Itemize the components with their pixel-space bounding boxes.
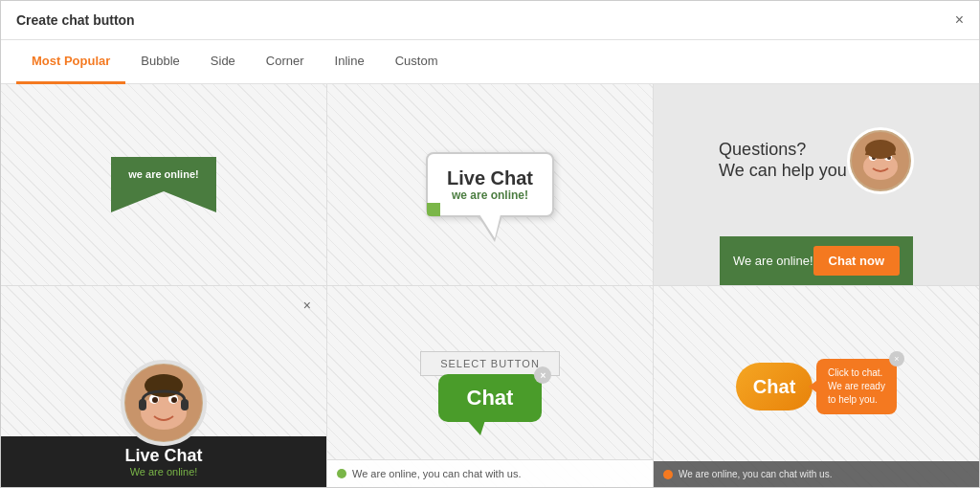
bookmark-tail [111, 191, 216, 212]
avatar-image [852, 132, 909, 189]
select-bubble-wrapper: SELECT BUTTON Chat × [420, 351, 560, 422]
speech-bubble: Live Chat we are online! [426, 152, 554, 217]
avatar [847, 127, 914, 194]
tab-corner[interactable]: Corner [251, 40, 320, 84]
questions-line2: We can help you [719, 161, 847, 180]
svg-point-12 [171, 397, 177, 403]
orange-chat-wrapper: Chat Click to chat. We are ready to help… [736, 359, 897, 414]
orange-dot [663, 470, 673, 479]
tab-bubble[interactable]: Bubble [125, 40, 194, 84]
close-x-orange: × [889, 351, 904, 366]
agent-close-x: × [303, 298, 311, 313]
tab-inline[interactable]: Inline [320, 40, 380, 84]
orange-help-text: We are ready [828, 381, 885, 391]
green-dot [337, 469, 346, 478]
svg-point-11 [152, 397, 158, 403]
card-orange-chat[interactable]: Chat Click to chat. We are ready to help… [654, 286, 979, 487]
close-x-bubble: × [534, 366, 551, 384]
bubble-green-corner [427, 203, 440, 216]
create-chat-button-dialog: Create chat button × Most Popular Bubble… [0, 0, 980, 488]
orange-status-bar: We are online, you can chat with us. [654, 461, 979, 487]
card-select-button[interactable]: SELECT BUTTON Chat × We are online, you … [327, 286, 653, 487]
bookmark-text: we are online! [128, 168, 198, 180]
card-questions[interactable]: Questions? We can help you [654, 84, 979, 285]
card-speech-bubble[interactable]: Live Chat we are online! [327, 84, 653, 285]
cards-grid: we are online! Live Chat we are online! … [1, 84, 979, 487]
orange-help-text2: to help you. [828, 394, 878, 405]
tab-side[interactable]: Side [195, 40, 251, 84]
orange-circle-chat: Chat [736, 363, 813, 410]
questions-bottom: We are online! Chat now [720, 236, 913, 285]
orange-status-text: We are online, you can chat with us. [679, 469, 832, 479]
speech-bubble-title: Live Chat [447, 167, 533, 189]
dialog-header: Create chat button × [1, 1, 979, 40]
chat-now-button[interactable]: Chat now [813, 246, 901, 276]
tab-custom[interactable]: Custom [380, 40, 454, 84]
tabs-bar: Most Popular Bubble Side Corner Inline C… [1, 40, 979, 84]
agent-circle [121, 360, 207, 446]
close-button[interactable]: × [955, 12, 964, 28]
questions-text: Questions? We can help you [719, 140, 847, 181]
card-agent[interactable]: × Live Chat [1, 286, 326, 487]
dialog-title: Create chat button [16, 12, 135, 28]
orange-text-box: Click to chat. We are ready to help you.… [816, 359, 897, 414]
card-bookmark[interactable]: we are online! [1, 84, 326, 285]
svg-point-8 [141, 395, 187, 430]
agent-avatar [125, 365, 202, 441]
questions-top: Questions? We can help you [703, 84, 929, 236]
chat-green-label: Chat [467, 386, 514, 410]
select-status-bar: We are online, you can chat with us. [327, 459, 653, 487]
chat-green-bubble: Chat × [438, 374, 543, 422]
questions-line1: Questions? [719, 140, 806, 159]
svg-rect-14 [139, 399, 146, 410]
live-chat-label: Live Chat [14, 446, 313, 466]
online-text: We are online! [733, 254, 813, 268]
svg-rect-15 [181, 399, 189, 410]
questions-heading: Questions? We can help you [719, 140, 847, 181]
speech-bubble-container: Live Chat we are online! [426, 152, 554, 217]
speech-bubble-sub: we are online! [447, 189, 533, 202]
select-status-text: We are online, you can chat with us. [352, 468, 522, 479]
bookmark-body: we are online! [111, 157, 216, 191]
orange-chat-label: Chat [753, 376, 795, 398]
orange-click-text: Click to chat. [828, 367, 882, 378]
bookmark-button: we are online! [111, 157, 216, 212]
we-are-online: We are online! [14, 466, 313, 477]
tab-most-popular[interactable]: Most Popular [16, 40, 125, 84]
